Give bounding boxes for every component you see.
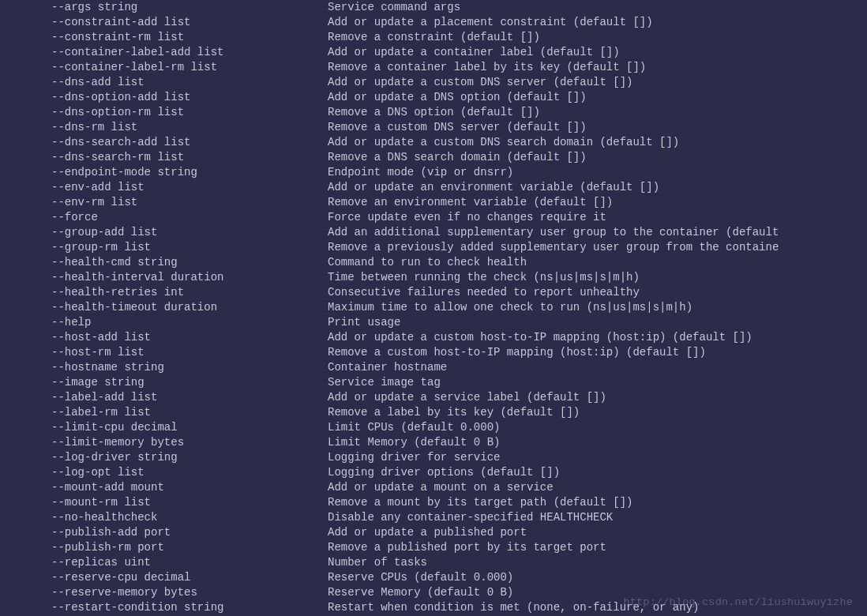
option-row: --mount-rm listRemove a mount by its tar… (0, 495, 867, 510)
option-description: Remove a DNS option (default []) (328, 105, 540, 120)
option-description: Remove a published port by its target po… (328, 540, 606, 555)
option-flag: --dns-add list (0, 75, 328, 90)
option-flag: --group-rm list (0, 240, 328, 255)
option-description: Print usage (328, 315, 400, 330)
option-description: Container hostname (328, 360, 447, 375)
option-flag: --reserve-memory bytes (0, 585, 328, 600)
option-row: --restart-condition stringRestart when c… (0, 600, 867, 615)
option-row: --dns-option-add listAdd or update a DNS… (0, 90, 867, 105)
option-description: Limit CPUs (default 0.000) (328, 420, 500, 435)
option-row: --dns-search-rm listRemove a DNS search … (0, 150, 867, 165)
option-flag: --publish-rm port (0, 540, 328, 555)
option-row: --health-timeout durationMaximum time to… (0, 300, 867, 315)
option-flag: --dns-option-add list (0, 90, 328, 105)
option-description: Number of tasks (328, 555, 427, 570)
option-row: --constraint-add listAdd or update a pla… (0, 15, 867, 30)
option-flag: --log-driver string (0, 450, 328, 465)
option-description: Endpoint mode (vip or dnsrr) (328, 165, 513, 180)
option-flag: --args string (0, 0, 328, 15)
cli-help-output: --args stringService command args--const… (0, 0, 867, 615)
option-description: Logging driver options (default []) (328, 465, 560, 480)
option-row: --helpPrint usage (0, 315, 867, 330)
option-row: --dns-add listAdd or update a custom DNS… (0, 75, 867, 90)
option-flag: --hostname string (0, 360, 328, 375)
option-flag: --constraint-add list (0, 15, 328, 30)
option-row: --label-rm listRemove a label by its key… (0, 405, 867, 420)
option-row: --reserve-memory bytesReserve Memory (de… (0, 585, 867, 600)
option-flag: --no-healthcheck (0, 510, 328, 525)
option-row: --image stringService image tag (0, 375, 867, 390)
option-row: --reserve-cpu decimalReserve CPUs (defau… (0, 570, 867, 585)
option-row: --replicas uintNumber of tasks (0, 555, 867, 570)
option-flag: --help (0, 315, 328, 330)
option-description: Remove a previously added supplementary … (328, 240, 779, 255)
option-row: --publish-add portAdd or update a publis… (0, 525, 867, 540)
option-description: Add or update a custom host-to-IP mappin… (328, 330, 753, 345)
option-description: Add or update a custom DNS search domain… (328, 135, 679, 150)
option-row: --no-healthcheckDisable any container-sp… (0, 510, 867, 525)
option-description: Add or update an environment variable (d… (328, 180, 659, 195)
option-flag: --health-timeout duration (0, 300, 328, 315)
option-row: --limit-cpu decimalLimit CPUs (default 0… (0, 420, 867, 435)
option-flag: --group-add list (0, 225, 328, 240)
option-flag: --host-rm list (0, 345, 328, 360)
option-description: Remove a custom host-to-IP mapping (host… (328, 345, 706, 360)
option-flag: --health-interval duration (0, 270, 328, 285)
option-row: --hostname stringContainer hostname (0, 360, 867, 375)
option-row: --publish-rm portRemove a published port… (0, 540, 867, 555)
option-description: Add an additional supplementary user gro… (328, 225, 779, 240)
option-row: --container-label-rm listRemove a contai… (0, 60, 867, 75)
option-flag: --mount-add mount (0, 480, 328, 495)
option-row: --env-add listAdd or update an environme… (0, 180, 867, 195)
option-row: --mount-add mountAdd or update a mount o… (0, 480, 867, 495)
option-row: --dns-search-add listAdd or update a cus… (0, 135, 867, 150)
option-description: Command to run to check health (328, 255, 527, 270)
option-row: --dns-rm listRemove a custom DNS server … (0, 120, 867, 135)
option-flag: --env-rm list (0, 195, 328, 210)
option-flag: --label-add list (0, 390, 328, 405)
option-flag: --constraint-rm list (0, 30, 328, 45)
option-flag: --mount-rm list (0, 495, 328, 510)
option-description: Remove a constraint (default []) (328, 30, 540, 45)
option-flag: --dns-rm list (0, 120, 328, 135)
option-description: Add or update a published port (328, 525, 527, 540)
option-description: Remove a mount by its target path (defau… (328, 495, 632, 510)
option-flag: --replicas uint (0, 555, 328, 570)
option-row: --args stringService command args (0, 0, 867, 15)
option-flag: --limit-memory bytes (0, 435, 328, 450)
option-row: --limit-memory bytesLimit Memory (defaul… (0, 435, 867, 450)
option-row: --env-rm listRemove an environment varia… (0, 195, 867, 210)
option-row: --group-rm listRemove a previously added… (0, 240, 867, 255)
option-flag: --dns-search-add list (0, 135, 328, 150)
option-description: Remove a container label by its key (def… (328, 60, 646, 75)
option-flag: --label-rm list (0, 405, 328, 420)
option-row: --label-add listAdd or update a service … (0, 390, 867, 405)
option-description: Remove a DNS search domain (default []) (328, 150, 587, 165)
option-row: --health-retries intConsecutive failures… (0, 285, 867, 300)
option-row: --group-add listAdd an additional supple… (0, 225, 867, 240)
option-description: Force update even if no changes require … (328, 210, 606, 225)
option-description: Logging driver for service (328, 450, 500, 465)
option-flag: --health-retries int (0, 285, 328, 300)
option-flag: --restart-condition string (0, 600, 328, 615)
option-flag: --container-label-add list (0, 45, 328, 60)
option-row: --constraint-rm listRemove a constraint … (0, 30, 867, 45)
option-flag: --dns-option-rm list (0, 105, 328, 120)
option-description: Add or update a DNS option (default []) (328, 90, 587, 105)
option-flag: --publish-add port (0, 525, 328, 540)
option-flag: --env-add list (0, 180, 328, 195)
option-description: Time between running the check (ns|us|ms… (328, 270, 640, 285)
option-description: Add or update a service label (default [… (328, 390, 606, 405)
option-description: Remove an environment variable (default … (328, 195, 613, 210)
option-row: --forceForce update even if no changes r… (0, 210, 867, 225)
option-row: --host-rm listRemove a custom host-to-IP… (0, 345, 867, 360)
option-flag: --force (0, 210, 328, 225)
option-description: Restart when condition is met (none, on-… (328, 600, 699, 615)
option-flag: --reserve-cpu decimal (0, 570, 328, 585)
option-description: Remove a custom DNS server (default []) (328, 120, 587, 135)
option-row: --container-label-add listAdd or update … (0, 45, 867, 60)
option-row: --log-opt listLogging driver options (de… (0, 465, 867, 480)
option-flag: --image string (0, 375, 328, 390)
option-description: Reserve Memory (default 0 B) (328, 585, 513, 600)
option-description: Consecutive failures needed to report un… (328, 285, 640, 300)
